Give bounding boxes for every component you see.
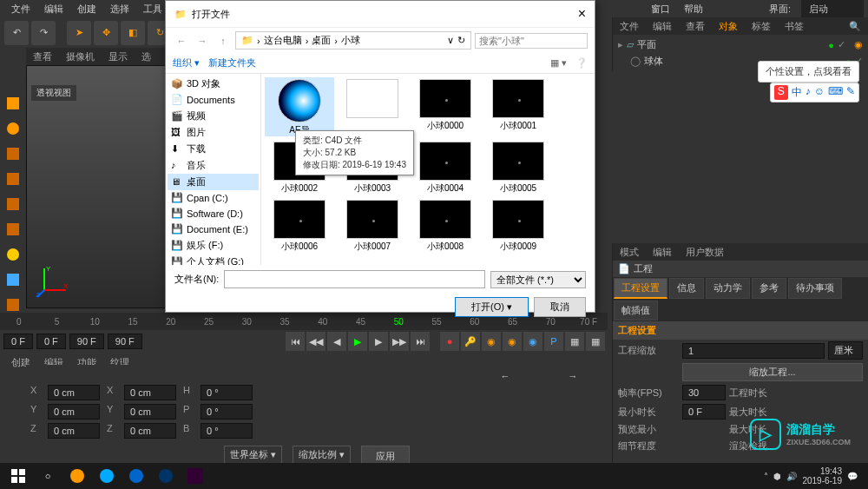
tool-icon-blue[interactable] — [1, 268, 25, 292]
notification-icon[interactable]: 💬 — [847, 472, 858, 481]
key-scale-button[interactable]: ◉ — [523, 332, 542, 351]
coord-pos-value[interactable]: 0 cm — [48, 423, 100, 439]
key-rot-button[interactable]: ◉ — [503, 332, 522, 351]
file-item[interactable]: 小球0006 — [265, 198, 334, 253]
obj-tab-file[interactable]: 文件 — [613, 18, 646, 35]
start-button[interactable] — [5, 465, 31, 487]
organize-button[interactable]: 组织 ▾ — [173, 56, 200, 69]
sidebar-item[interactable]: 🖥桌面 — [168, 174, 259, 190]
nav-up-button[interactable]: ↑ — [214, 36, 232, 46]
coord-rot-value[interactable]: 0 ° — [201, 404, 253, 420]
taskbar-app-1[interactable] — [64, 465, 90, 487]
tree-item-plane[interactable]: ▸ ▱ 平面 ●✓ ◉ — [615, 36, 866, 53]
address-bar[interactable]: 📁 ›这台电脑 ›桌面 ›小球 ∨↻ — [235, 31, 471, 50]
menu-window[interactable]: 窗口 — [644, 3, 677, 16]
prev-key-button[interactable]: ◀◀ — [306, 332, 326, 351]
file-item[interactable]: 小球0001 — [483, 77, 553, 136]
autokey-button[interactable]: 🔑 — [461, 332, 480, 351]
current-frame-field[interactable]: 0 F — [36, 334, 66, 349]
tab-todo[interactable]: 待办事项 — [788, 278, 842, 299]
search-taskbar-button[interactable]: ○ — [35, 465, 61, 487]
scale-tool[interactable]: ◧ — [121, 21, 145, 45]
taskbar-c4d[interactable] — [153, 465, 179, 487]
total-frame-field[interactable]: 90 F — [108, 334, 142, 349]
sidebar-item[interactable]: ⬇下载 — [168, 141, 259, 157]
camera-tab[interactable]: 摄像机 — [59, 49, 102, 65]
sidebar-item[interactable]: 💾个人文档 (G:) — [168, 254, 259, 265]
file-item[interactable]: 小球0004 — [411, 140, 480, 195]
help-button[interactable]: ❔ — [575, 57, 588, 69]
coord-pos-value[interactable]: 0 cm — [48, 385, 100, 400]
ime-toolbar[interactable]: S 中 ♪ ☺ ⌨ ✎ — [770, 83, 859, 102]
menu-select[interactable]: 选择 — [103, 3, 136, 16]
coord-pos-value[interactable]: 0 cm — [48, 404, 100, 420]
ime-hint-bubble[interactable]: 个性设置，点我看看 — [758, 61, 859, 83]
file-item[interactable]: 小球0009 — [483, 198, 553, 253]
key-pos-button[interactable]: ◉ — [482, 332, 501, 351]
tool-icon-1[interactable] — [1, 167, 25, 191]
view-options-button[interactable]: ▦ ▾ — [550, 57, 567, 69]
coord-size-value[interactable]: 0 cm — [124, 423, 176, 439]
obj-tab-bookmarks[interactable]: 书签 — [778, 18, 811, 35]
fps-value[interactable]: 30 — [682, 385, 726, 400]
record-button[interactable]: ● — [440, 332, 459, 351]
open-button[interactable]: 打开(O) ▾ — [455, 297, 529, 317]
tray-icon-1[interactable]: ⬢ — [773, 472, 781, 481]
timeline-opt1[interactable]: ▦ — [565, 332, 584, 351]
menu-help[interactable]: 帮助 — [677, 3, 710, 16]
proj-scale-unit[interactable]: 厘米 — [828, 341, 863, 360]
obj-tab-view[interactable]: 查看 — [679, 18, 712, 35]
select-tool[interactable]: ➤ — [67, 21, 91, 45]
sidebar-item[interactable]: 📦3D 对象 — [168, 76, 259, 92]
file-filter-select[interactable]: 全部文件 (*.*) — [490, 271, 586, 288]
menu-file[interactable]: 文件 — [4, 3, 37, 16]
cube-icon[interactable] — [1, 91, 25, 116]
view-tab[interactable]: 查看 — [26, 49, 59, 65]
move-tool[interactable]: ✥ — [94, 21, 118, 45]
coord-size-value[interactable]: 0 cm — [124, 404, 176, 420]
cancel-button[interactable]: 取消 — [534, 297, 586, 317]
file-item[interactable]: 小球0000 — [411, 77, 480, 136]
attr-mode[interactable]: 模式 — [613, 244, 646, 261]
goto-end-button[interactable]: ⏭ — [411, 332, 430, 351]
key-param-button[interactable]: P — [544, 332, 563, 351]
coord-rot-value[interactable]: 0 ° — [201, 385, 253, 400]
taskbar-ae[interactable] — [182, 465, 208, 487]
prev-frame-button[interactable]: ◀ — [327, 332, 346, 351]
scale-project-button[interactable]: 缩放工程... — [682, 363, 863, 381]
coord-size-value[interactable]: 0 cm — [124, 385, 176, 400]
file-item[interactable]: AE导 — [265, 77, 334, 136]
file-item[interactable]: 小球0008 — [411, 198, 480, 253]
filename-input[interactable] — [224, 270, 485, 288]
sidebar-item[interactable]: 🖼图片 — [168, 124, 259, 141]
file-item[interactable]: 小球0005 — [483, 140, 553, 195]
tool-icon-yellow[interactable] — [1, 242, 25, 267]
tab-project-settings[interactable]: 工程设置 — [614, 278, 667, 299]
nav-back-button[interactable]: ← — [173, 36, 190, 46]
tab-dynamics[interactable]: 动力学 — [706, 278, 750, 299]
new-folder-button[interactable]: 新建文件夹 — [208, 56, 256, 69]
system-tray[interactable]: ˄ ⬢ 🔊 19:43 2019-6-19 💬 — [764, 466, 865, 486]
sidebar-item[interactable]: 💾Cpan (C:) — [168, 190, 259, 206]
options-tab[interactable]: 选 — [135, 49, 158, 65]
tool-icon-2[interactable] — [1, 192, 25, 216]
search-icon[interactable]: 🔍 — [842, 19, 868, 34]
obj-tab-edit[interactable]: 编辑 — [646, 18, 679, 35]
end-frame-field[interactable]: 90 F — [69, 334, 104, 349]
file-item[interactable]: 小球0007 — [338, 198, 407, 253]
mintime-value[interactable]: 0 F — [682, 404, 726, 420]
taskbar-app-2[interactable] — [94, 465, 120, 487]
file-item[interactable] — [338, 77, 407, 136]
sidebar-item[interactable]: ♪音乐 — [168, 157, 259, 174]
tag-icon[interactable]: ◉ — [854, 39, 863, 50]
layout-selector[interactable]: 启动 — [801, 0, 864, 18]
menu-edit[interactable]: 编辑 — [37, 3, 70, 16]
search-field[interactable] — [475, 33, 588, 49]
obj-tab-objects[interactable]: 对象 — [712, 18, 745, 35]
sidebar-item[interactable]: 📄Documents — [168, 92, 259, 108]
sidebar-item[interactable]: 💾Software (D:) — [168, 206, 259, 221]
coord-rot-value[interactable]: 0 ° — [201, 423, 253, 439]
sidebar-item[interactable]: 💾Document (E:) — [168, 221, 259, 237]
tool-icon-3[interactable] — [1, 217, 25, 241]
ime-icon-3[interactable]: ⌨ — [828, 85, 843, 100]
